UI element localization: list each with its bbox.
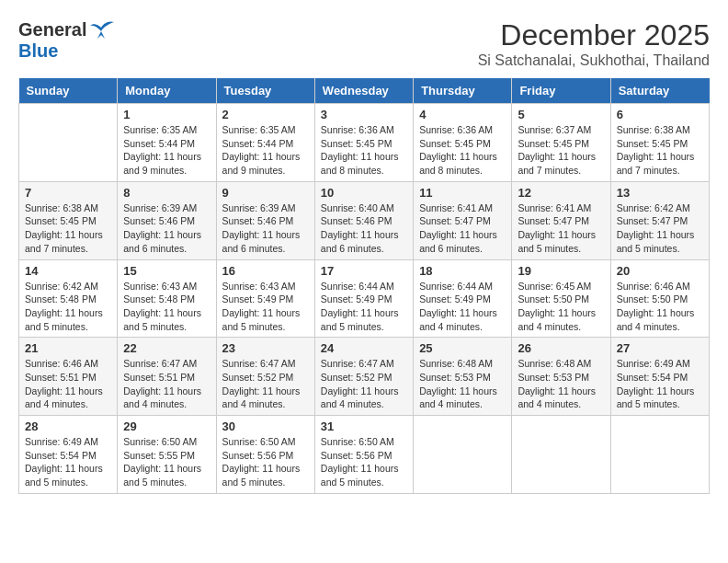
calendar-cell: 25 Sunrise: 6:48 AMSunset: 5:53 PMDaylig… (414, 338, 512, 416)
calendar-cell: 20 Sunrise: 6:46 AMSunset: 5:50 PMDaylig… (610, 259, 709, 338)
day-number: 16 (222, 264, 309, 278)
day-header-monday: Monday (118, 78, 216, 104)
day-number: 23 (222, 341, 309, 355)
day-info: Sunrise: 6:36 AMSunset: 5:45 PMDaylight:… (321, 123, 407, 178)
day-number: 29 (123, 419, 210, 433)
calendar-cell: 12 Sunrise: 6:41 AMSunset: 5:47 PMDaylig… (512, 181, 610, 259)
calendar-cell: 23 Sunrise: 6:47 AMSunset: 5:52 PMDaylig… (216, 338, 314, 416)
calendar-cell: 22 Sunrise: 6:47 AMSunset: 5:51 PMDaylig… (118, 338, 216, 416)
month-title: December 2025 (478, 18, 710, 52)
day-number: 2 (222, 108, 309, 121)
day-info: Sunrise: 6:47 AMSunset: 5:52 PMDaylight:… (321, 357, 407, 411)
calendar-cell: 13 Sunrise: 6:42 AMSunset: 5:47 PMDaylig… (610, 181, 709, 259)
day-info: Sunrise: 6:50 AMSunset: 5:56 PMDaylight:… (321, 435, 407, 489)
week-row-5: 28 Sunrise: 6:49 AMSunset: 5:54 PMDaylig… (19, 416, 710, 494)
day-header-sunday: Sunday (19, 78, 118, 104)
day-number: 19 (518, 264, 604, 278)
day-number: 8 (123, 186, 210, 200)
day-number: 12 (518, 186, 604, 200)
calendar-cell: 31 Sunrise: 6:50 AMSunset: 5:56 PMDaylig… (314, 416, 413, 494)
calendar-cell: 17 Sunrise: 6:44 AMSunset: 5:49 PMDaylig… (314, 259, 413, 338)
calendar-cell: 16 Sunrise: 6:43 AMSunset: 5:49 PMDaylig… (216, 259, 314, 338)
page-header: General Blue December 2025 Si Satchanala… (18, 18, 710, 69)
day-number: 17 (321, 264, 407, 278)
calendar-cell: 19 Sunrise: 6:45 AMSunset: 5:50 PMDaylig… (512, 259, 610, 338)
day-number: 22 (123, 341, 210, 355)
day-info: Sunrise: 6:48 AMSunset: 5:53 PMDaylight:… (419, 357, 506, 411)
day-header-wednesday: Wednesday (314, 78, 413, 104)
calendar-cell: 1 Sunrise: 6:35 AMSunset: 5:44 PMDayligh… (118, 104, 216, 182)
calendar-cell: 26 Sunrise: 6:48 AMSunset: 5:53 PMDaylig… (512, 338, 610, 416)
day-info: Sunrise: 6:39 AMSunset: 5:46 PMDaylight:… (123, 201, 210, 256)
day-number: 4 (419, 108, 506, 121)
calendar-cell (414, 416, 512, 494)
day-info: Sunrise: 6:46 AMSunset: 5:50 PMDaylight:… (617, 280, 703, 334)
calendar-cell: 2 Sunrise: 6:35 AMSunset: 5:44 PMDayligh… (216, 104, 314, 182)
week-row-4: 21 Sunrise: 6:46 AMSunset: 5:51 PMDaylig… (19, 338, 710, 416)
calendar-cell: 28 Sunrise: 6:49 AMSunset: 5:54 PMDaylig… (19, 416, 118, 494)
day-number: 15 (123, 264, 210, 278)
calendar-cell: 21 Sunrise: 6:46 AMSunset: 5:51 PMDaylig… (19, 338, 118, 416)
logo-bird-icon (88, 18, 116, 40)
calendar-cell: 15 Sunrise: 6:43 AMSunset: 5:48 PMDaylig… (118, 259, 216, 338)
day-number: 5 (518, 108, 604, 121)
day-number: 7 (25, 186, 111, 200)
calendar-cell: 24 Sunrise: 6:47 AMSunset: 5:52 PMDaylig… (314, 338, 413, 416)
day-number: 31 (321, 419, 407, 433)
day-info: Sunrise: 6:35 AMSunset: 5:44 PMDaylight:… (123, 123, 210, 178)
day-header-friday: Friday (512, 78, 610, 104)
day-info: Sunrise: 6:44 AMSunset: 5:49 PMDaylight:… (419, 280, 506, 334)
calendar-cell: 29 Sunrise: 6:50 AMSunset: 5:55 PMDaylig… (118, 416, 216, 494)
day-number: 14 (25, 264, 111, 278)
day-number: 28 (25, 419, 111, 433)
day-number: 25 (419, 341, 506, 355)
calendar-cell: 18 Sunrise: 6:44 AMSunset: 5:49 PMDaylig… (414, 259, 512, 338)
calendar-cell: 27 Sunrise: 6:49 AMSunset: 5:54 PMDaylig… (610, 338, 709, 416)
location-title: Si Satchanalai, Sukhothai, Thailand (478, 52, 710, 69)
calendar-cell: 11 Sunrise: 6:41 AMSunset: 5:47 PMDaylig… (414, 181, 512, 259)
day-number: 13 (617, 186, 703, 200)
title-section: December 2025 Si Satchanalai, Sukhothai,… (478, 18, 710, 69)
logo: General Blue (18, 18, 116, 62)
calendar-cell: 4 Sunrise: 6:36 AMSunset: 5:45 PMDayligh… (414, 104, 512, 182)
day-number: 6 (617, 108, 703, 121)
day-number: 30 (222, 419, 309, 433)
day-info: Sunrise: 6:49 AMSunset: 5:54 PMDaylight:… (25, 435, 111, 489)
day-info: Sunrise: 6:46 AMSunset: 5:51 PMDaylight:… (25, 357, 111, 411)
day-info: Sunrise: 6:47 AMSunset: 5:51 PMDaylight:… (123, 357, 210, 411)
day-info: Sunrise: 6:47 AMSunset: 5:52 PMDaylight:… (222, 357, 309, 411)
calendar-cell: 8 Sunrise: 6:39 AMSunset: 5:46 PMDayligh… (118, 181, 216, 259)
day-info: Sunrise: 6:39 AMSunset: 5:46 PMDaylight:… (222, 201, 309, 256)
calendar-cell: 7 Sunrise: 6:38 AMSunset: 5:45 PMDayligh… (19, 181, 118, 259)
calendar-cell (19, 104, 118, 182)
day-number: 9 (222, 186, 309, 200)
day-number: 21 (25, 341, 111, 355)
day-info: Sunrise: 6:49 AMSunset: 5:54 PMDaylight:… (617, 357, 703, 411)
day-info: Sunrise: 6:42 AMSunset: 5:48 PMDaylight:… (25, 280, 111, 334)
day-info: Sunrise: 6:41 AMSunset: 5:47 PMDaylight:… (419, 201, 506, 256)
day-info: Sunrise: 6:42 AMSunset: 5:47 PMDaylight:… (617, 201, 703, 256)
calendar-cell: 5 Sunrise: 6:37 AMSunset: 5:45 PMDayligh… (512, 104, 610, 182)
logo-blue-text: Blue (18, 40, 58, 62)
day-number: 11 (419, 186, 506, 200)
week-row-3: 14 Sunrise: 6:42 AMSunset: 5:48 PMDaylig… (19, 259, 710, 338)
day-number: 26 (518, 341, 604, 355)
day-info: Sunrise: 6:44 AMSunset: 5:49 PMDaylight:… (321, 280, 407, 334)
day-info: Sunrise: 6:43 AMSunset: 5:48 PMDaylight:… (123, 280, 210, 334)
calendar-cell: 3 Sunrise: 6:36 AMSunset: 5:45 PMDayligh… (314, 104, 413, 182)
week-row-2: 7 Sunrise: 6:38 AMSunset: 5:45 PMDayligh… (19, 181, 710, 259)
calendar-cell (512, 416, 610, 494)
day-number: 1 (123, 108, 210, 121)
calendar-cell: 30 Sunrise: 6:50 AMSunset: 5:56 PMDaylig… (216, 416, 314, 494)
day-info: Sunrise: 6:50 AMSunset: 5:55 PMDaylight:… (123, 435, 210, 489)
calendar-table: SundayMondayTuesdayWednesdayThursdayFrid… (18, 78, 710, 494)
day-number: 3 (321, 108, 407, 121)
day-info: Sunrise: 6:41 AMSunset: 5:47 PMDaylight:… (518, 201, 604, 256)
day-number: 10 (321, 186, 407, 200)
calendar-cell (610, 416, 709, 494)
day-info: Sunrise: 6:35 AMSunset: 5:44 PMDaylight:… (222, 123, 309, 178)
day-info: Sunrise: 6:40 AMSunset: 5:46 PMDaylight:… (321, 201, 407, 256)
day-info: Sunrise: 6:37 AMSunset: 5:45 PMDaylight:… (518, 123, 604, 178)
calendar-header-row: SundayMondayTuesdayWednesdayThursdayFrid… (19, 78, 710, 104)
day-info: Sunrise: 6:38 AMSunset: 5:45 PMDaylight:… (617, 123, 703, 178)
